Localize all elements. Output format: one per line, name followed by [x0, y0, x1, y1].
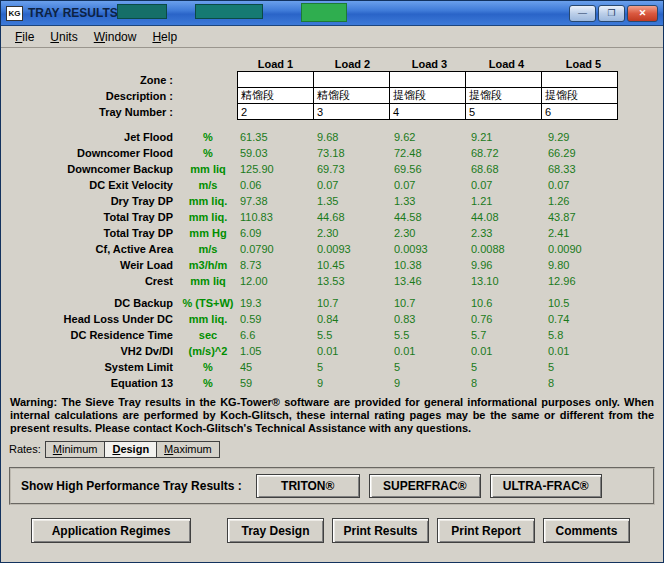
- ultra-frac-button[interactable]: ULTRA-FRAC®: [490, 474, 602, 498]
- value-cell: 0.07: [545, 179, 622, 191]
- rates-tab-minimum[interactable]: Minimum: [45, 441, 106, 458]
- row-unit: mm liq: [179, 275, 237, 287]
- row-label: Head Loss Under DC: [1, 313, 179, 325]
- info-row-zone: Zone :: [1, 71, 663, 88]
- value-cell: 0.01: [391, 345, 468, 357]
- rates-tab-design[interactable]: Design: [104, 441, 157, 458]
- value-cell: 13.53: [314, 275, 391, 287]
- application-regimes-button[interactable]: Application Regimes: [31, 518, 191, 543]
- triton-button[interactable]: TRITON®: [256, 474, 360, 498]
- bottom-button-row: Application RegimesTray DesignPrint Resu…: [31, 518, 663, 543]
- value-cell: 0.01: [545, 345, 622, 357]
- row-label: Total Tray DP: [1, 211, 179, 223]
- close-button[interactable]: ✕: [627, 5, 658, 22]
- value-cell: 12.00: [237, 275, 314, 287]
- row-unit: m3/h/m: [179, 259, 237, 271]
- value-cell: 9.29: [545, 131, 622, 143]
- value-cell: 12.96: [545, 275, 622, 287]
- value-cell: 2.41: [545, 227, 622, 239]
- rates-label: Rates:: [9, 443, 41, 455]
- data-row-equation-13: Equation 13%599988: [1, 375, 663, 391]
- value-cell: 0.59: [237, 313, 314, 325]
- info-cell: [313, 71, 390, 88]
- value-cell: 68.33: [545, 163, 622, 175]
- load-header-row: Load 1Load 2Load 3Load 4Load 5: [1, 56, 663, 71]
- maximize-button[interactable]: ❐: [598, 5, 625, 22]
- row-label: Downcomer Backup: [1, 163, 179, 175]
- value-cell: 0.07: [314, 179, 391, 191]
- value-cell: 5: [545, 361, 622, 373]
- row-unit: mm liq.: [179, 313, 237, 325]
- row-unit: (m/s)^2: [179, 345, 237, 357]
- data-row-vh2-dv-di: VH2 Dv/DI(m/s)^21.050.010.010.010.01: [1, 343, 663, 359]
- load-header-load-5: Load 5: [545, 58, 622, 70]
- value-cell: 9.68: [314, 131, 391, 143]
- row-unit: mm liq.: [179, 211, 237, 223]
- menu-file[interactable]: File: [7, 27, 42, 47]
- value-cell: 10.6: [468, 297, 545, 309]
- value-cell: 9.80: [545, 259, 622, 271]
- load-header-load-2: Load 2: [314, 58, 391, 70]
- value-cell: 5.5: [391, 329, 468, 341]
- data-row-crest: Crestmm liq12.0013.5313.4613.1012.96: [1, 273, 663, 289]
- info-cell: 5: [465, 103, 542, 120]
- value-cell: 44.68: [314, 211, 391, 223]
- info-cell: 精馏段: [313, 87, 390, 104]
- row-label: Tray Number :: [1, 106, 179, 118]
- info-cell: 提馏段: [541, 87, 618, 104]
- rates-tab-maximum[interactable]: Maximum: [156, 441, 220, 458]
- print-results-button[interactable]: Print Results: [332, 518, 429, 543]
- high-performance-panel: Show High Performance Tray Results : TRI…: [9, 467, 655, 505]
- value-cell: 69.56: [391, 163, 468, 175]
- info-cell: 3: [313, 103, 390, 120]
- value-cell: 0.07: [468, 179, 545, 191]
- value-cell: 10.5: [545, 297, 622, 309]
- row-unit: %: [179, 377, 237, 389]
- value-cell: 97.38: [237, 195, 314, 207]
- value-cell: 10.38: [391, 259, 468, 271]
- print-report-button[interactable]: Print Report: [437, 518, 535, 543]
- window-controls: —❐✕: [569, 5, 658, 22]
- value-cell: 0.0088: [468, 243, 545, 255]
- row-unit: %: [179, 147, 237, 159]
- value-cell: 1.21: [468, 195, 545, 207]
- value-cell: 44.08: [468, 211, 545, 223]
- minimize-button[interactable]: —: [569, 5, 596, 22]
- kg-tower-app-icon: KG: [6, 6, 23, 21]
- value-cell: 1.05: [237, 345, 314, 357]
- titlebar-overlay-artifact: [195, 4, 263, 19]
- title-bar[interactable]: KG TRAY RESULTS —❐✕: [1, 1, 663, 26]
- superfrac-button[interactable]: SUPERFRAC®: [369, 474, 481, 498]
- value-cell: 0.74: [545, 313, 622, 325]
- value-cell: 5: [314, 361, 391, 373]
- warning-text: Warning: The Sieve Tray results in the K…: [10, 396, 654, 435]
- row-label: Equation 13: [1, 377, 179, 389]
- load-header-load-3: Load 3: [391, 58, 468, 70]
- info-cell: [389, 71, 466, 88]
- value-cell: 0.0790: [237, 243, 314, 255]
- row-label: Jet Flood: [1, 131, 179, 143]
- menu-window[interactable]: Window: [86, 27, 145, 47]
- data-row-dry-tray-dp: Dry Tray DPmm liq.97.381.351.331.211.26: [1, 193, 663, 209]
- data-row-weir-load: Weir Loadm3/h/m8.7310.4510.389.969.80: [1, 257, 663, 273]
- menu-help[interactable]: Help: [144, 27, 185, 47]
- value-cell: 0.0093: [391, 243, 468, 255]
- value-cell: 0.01: [314, 345, 391, 357]
- row-unit: %: [179, 131, 237, 143]
- value-cell: 19.3: [237, 297, 314, 309]
- data-row-downcomer-flood: Downcomer Flood%59.0373.1872.4868.7266.2…: [1, 145, 663, 161]
- info-row-description: Description :精馏段精馏段提馏段提馏段提馏段: [1, 87, 663, 104]
- menu-units[interactable]: Units: [42, 27, 85, 47]
- data-row-downcomer-backup: Downcomer Backupmm liq125.9069.7369.5668…: [1, 161, 663, 177]
- value-cell: 59.03: [237, 147, 314, 159]
- value-cell: 44.58: [391, 211, 468, 223]
- titlebar-overlay-artifact: [117, 4, 167, 19]
- value-cell: 1.33: [391, 195, 468, 207]
- comments-button[interactable]: Comments: [543, 518, 630, 543]
- value-cell: 5.5: [314, 329, 391, 341]
- tray-design-button[interactable]: Tray Design: [227, 518, 324, 543]
- info-cell: 提馏段: [465, 87, 542, 104]
- hp-label: Show High Performance Tray Results :: [21, 479, 242, 493]
- row-label: DC Backup: [1, 297, 179, 309]
- load-header-load-4: Load 4: [468, 58, 545, 70]
